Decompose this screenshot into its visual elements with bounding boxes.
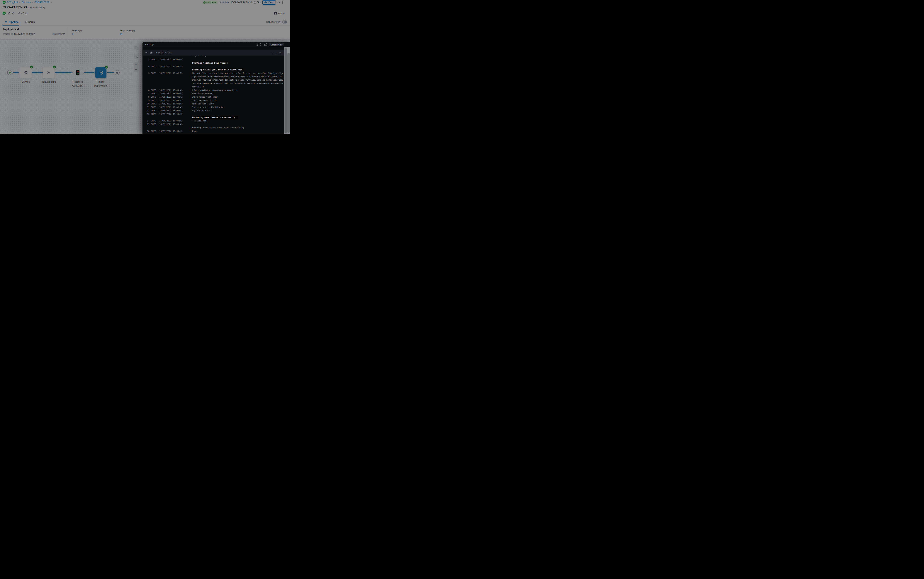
- log-lines-container: 3INFO15/09/2022 16:09:35Starting fetchin…: [142, 58, 284, 133]
- log-line: 16INFO15/09/2022 16:09:42Done.: [142, 129, 284, 133]
- log-line: 7INFO15/09/2022 16:09:42Base Path: chart…: [142, 92, 284, 95]
- log-line: 12INFO15/09/2022 16:09:42Region: us-east…: [142, 109, 284, 113]
- log-line: 3INFO15/09/2022 16:09:35: [142, 58, 284, 61]
- log-line: 4INFO15/09/2022 16:09:35: [142, 65, 284, 68]
- scroll-up-icon[interactable]: ↑: [271, 52, 273, 54]
- log-search-icon[interactable]: [256, 43, 258, 46]
- harness-execution-page: ∞ CFDs_Test > Pipelines > CDS-41722-S3 >…: [0, 0, 290, 134]
- log-line: 9INFO15/09/2022 16:09:42Chart version: 0…: [142, 99, 284, 102]
- log-line: 10INFO15/09/2022 16:09:42Helm version: V…: [142, 102, 284, 106]
- log-line: 11INFO15/09/2022 16:09:42Chart bucket: a…: [142, 106, 284, 109]
- chevron-down-icon: [145, 52, 147, 54]
- step-logs-drawer: Step Logs Console View Fetch Files ↑: [142, 42, 290, 134]
- log-line-message: Starting fetching Helm values: [142, 61, 284, 65]
- log-line: 13INFO15/09/2022 16:09:42: [142, 113, 284, 116]
- log-line-message: Fetching helm values completed successfu…: [142, 126, 284, 129]
- log-drawer-header: Step Logs Console View: [142, 42, 290, 47]
- log-line-message: Fetching values.yaml from helm chart rep…: [142, 68, 284, 72]
- log-fullscreen-icon[interactable]: [260, 43, 263, 46]
- scroll-down-icon[interactable]: ↓: [275, 52, 277, 54]
- log-line: 8INFO15/09/2022 16:09:42Chart name: test…: [142, 95, 284, 99]
- log-line-message: Following were fetched successfully :: [142, 116, 284, 119]
- log-line: 15INFO15/09/2022 16:09:42: [142, 123, 284, 126]
- log-console-view-button[interactable]: Console View: [269, 43, 284, 46]
- section-status-check-icon: [150, 51, 153, 54]
- section-duration: 9s: [279, 51, 282, 54]
- log-scrollbar[interactable]: [284, 47, 287, 134]
- log-line: 14INFO15/09/2022 16:09:42- values.yaml: [142, 119, 284, 123]
- page-scrollbar[interactable]: [287, 47, 290, 134]
- log-line: 6INFO15/09/2022 16:09:42Helm repository:…: [142, 89, 284, 92]
- log-line: 5INFO15/09/2022 16:09:35Did not find the…: [142, 72, 284, 89]
- open-in-new-tab-icon[interactable]: [264, 43, 267, 46]
- section-name: Fetch Files: [156, 51, 172, 54]
- log-section-fetch-files[interactable]: Fetch Files ↑ ↓ 9s: [143, 49, 284, 56]
- log-drawer-title: Step Logs: [145, 43, 155, 46]
